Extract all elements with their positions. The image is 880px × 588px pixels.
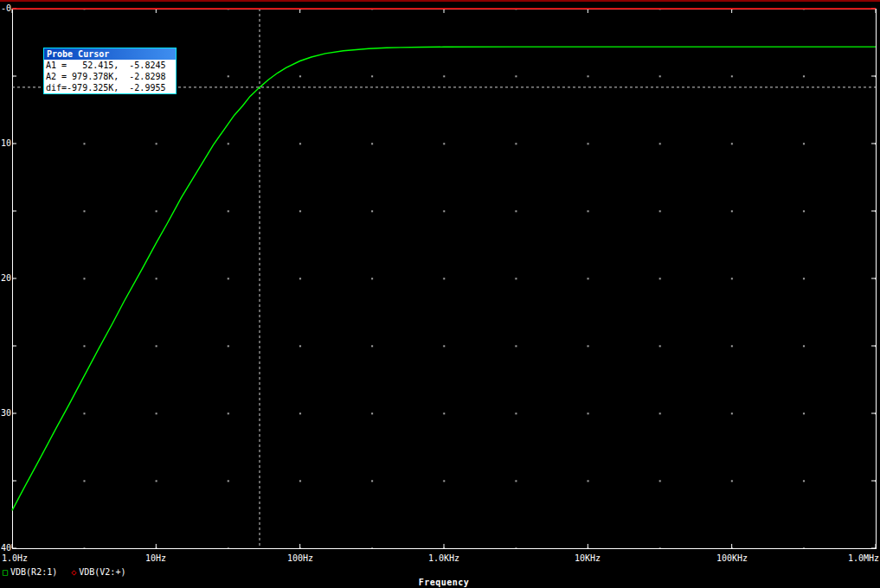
diamond-trace-marker-icon: ◇ (71, 568, 76, 577)
x-axis-tick-label: 10Hz (145, 553, 166, 563)
legend-item-vdb-r2[interactable]: □ VDB(R2:1) (3, 567, 57, 577)
probe-cursor-window[interactable]: Probe Cursor A1 = 52.415, -5.8245 A2 = 9… (43, 48, 177, 94)
y-axis-tick-label: -20 (0, 273, 11, 284)
x-axis-tick-label: 1.0Hz (2, 553, 28, 563)
legend-trace-label: VDB(R2:1) (10, 567, 57, 577)
trace-legend: □ VDB(R2:1) ◇ VDB(V2:+) (3, 567, 125, 577)
y-axis-tick-label: -40 (0, 543, 11, 553)
square-trace-marker-icon: □ (3, 568, 8, 577)
x-axis-tick-label: 10KHz (575, 553, 601, 563)
x-axis-title: Frequency (419, 578, 470, 587)
y-axis-tick-label: -0 (0, 3, 11, 14)
y-axis-tick-label: -30 (0, 408, 11, 419)
x-axis-tick-label: 1.0MHz (848, 553, 879, 563)
legend-trace-label: VDB(V2:+) (79, 567, 125, 577)
probe-window: -0 -10 -20 -30 -40 1.0Hz 10Hz 100Hz 1.0K… (0, 0, 880, 588)
y-axis-tick-label: -10 (0, 138, 11, 149)
x-axis-tick-label: 100KHz (716, 553, 748, 563)
probe-cursor-titlebar[interactable]: Probe Cursor (44, 48, 176, 60)
cursor-dif-readout: dif=-979.325K, -2.9955 (44, 82, 176, 93)
cursor-a2-readout: A2 = 979.378K, -2.8298 (44, 71, 176, 82)
x-axis-tick-label: 1.0KHz (428, 553, 459, 563)
legend-item-vdb-v2[interactable]: ◇ VDB(V2:+) (71, 567, 125, 577)
cursor-a1-readout: A1 = 52.415, -5.8245 (44, 60, 176, 71)
x-axis-tick-label: 100Hz (287, 553, 313, 563)
